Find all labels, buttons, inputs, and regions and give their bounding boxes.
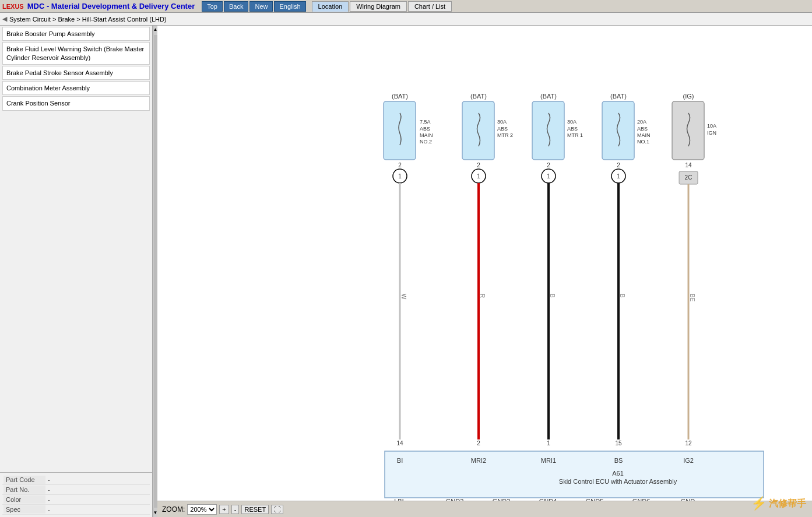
svg-text:GND2: GND2	[446, 498, 464, 501]
zoom-label: ZOOM:	[162, 505, 185, 514]
svg-text:(BAT): (BAT)	[610, 93, 627, 100]
svg-rect-46	[672, 101, 704, 160]
tab-location[interactable]: Location	[312, 1, 349, 12]
svg-text:2: 2	[617, 162, 620, 168]
sidebar-outer: Brake Booster Pump AssemblyBrake Fluid L…	[0, 26, 157, 517]
sidebar-item-2[interactable]: Brake Pedal Stroke Sensor Assembly	[2, 66, 150, 80]
svg-text:12: 12	[685, 440, 692, 446]
lexus-logo: LEXUS	[2, 3, 24, 10]
svg-text:(BAT): (BAT)	[470, 93, 487, 100]
svg-rect-0	[384, 101, 416, 160]
svg-text:A61: A61	[612, 470, 624, 477]
svg-text:10A: 10A	[707, 123, 716, 129]
spec-value: -	[45, 505, 57, 514]
svg-text:14: 14	[396, 440, 403, 446]
zoom-in-button[interactable]: +	[219, 505, 229, 514]
sidebar-item-0[interactable]: Brake Booster Pump Assembly	[2, 27, 150, 41]
svg-text:2C: 2C	[685, 174, 693, 181]
english-button[interactable]: English	[274, 1, 305, 12]
svg-text:20A: 20A	[637, 119, 646, 125]
info-part-no: Part No. -	[2, 485, 150, 495]
breadcrumb-arrow[interactable]: ◀	[2, 15, 7, 23]
svg-text:MTR 2: MTR 2	[497, 132, 513, 138]
svg-text:MAIN: MAIN	[637, 132, 651, 138]
reset-button[interactable]: RESET	[241, 505, 269, 514]
svg-text:BI: BI	[397, 457, 403, 464]
svg-text:GND5: GND5	[586, 498, 604, 501]
svg-text:1: 1	[477, 173, 480, 180]
svg-text:NO.1: NO.1	[637, 139, 649, 145]
svg-rect-56	[385, 451, 764, 498]
svg-text:ABS: ABS	[637, 126, 648, 132]
tab-wiring[interactable]: Wiring Diagram	[350, 1, 407, 12]
svg-text:ABS: ABS	[420, 126, 430, 132]
content-area: (BAT) 7.5A ABS MAIN NO.2 2 1 W 14 (BAT) …	[157, 26, 812, 517]
sidebar-item-4[interactable]: Crank Position Sensor	[2, 96, 150, 110]
sidebar-item-3[interactable]: Combination Meter Assembly	[2, 81, 150, 95]
app-title: MDC - Material Development & Delivery Ce…	[27, 2, 195, 10]
svg-text:(BAT): (BAT)	[392, 93, 408, 100]
svg-text:1: 1	[398, 173, 402, 180]
zoom-out-button[interactable]: -	[231, 505, 240, 514]
svg-rect-12	[462, 101, 494, 160]
svg-text:GND6: GND6	[632, 498, 651, 501]
svg-text:NO.2: NO.2	[420, 139, 432, 145]
main-layout: Brake Booster Pump AssemblyBrake Fluid L…	[0, 26, 812, 517]
info-panel: Part Code - Part No. - Color - Spec -	[0, 472, 152, 517]
svg-text:2: 2	[477, 440, 480, 446]
part-no-value: -	[45, 486, 57, 494]
diagram-area[interactable]: (BAT) 7.5A ABS MAIN NO.2 2 1 W 14 (BAT) …	[157, 26, 812, 501]
svg-rect-34	[602, 101, 634, 160]
fit-button[interactable]: ⛶	[271, 505, 283, 514]
svg-text:(BAT): (BAT)	[540, 93, 557, 100]
back-button[interactable]: Back	[224, 1, 248, 12]
svg-text:30A: 30A	[567, 119, 577, 125]
svg-text:1: 1	[547, 173, 550, 180]
spec-label: Spec	[3, 505, 45, 514]
info-color: Color -	[2, 495, 150, 505]
sidebar-item-1[interactable]: Brake Fluid Level Warning Switch (Brake …	[2, 42, 150, 65]
part-code-value: -	[45, 476, 57, 484]
svg-text:B: B	[549, 294, 556, 298]
top-button[interactable]: Top	[202, 1, 223, 12]
svg-text:ABS: ABS	[567, 126, 578, 132]
svg-rect-23	[532, 101, 564, 160]
svg-text:2: 2	[547, 162, 550, 168]
zoom-select[interactable]: 200% 100% 150% 50%	[187, 504, 217, 515]
info-spec: Spec -	[2, 505, 150, 515]
color-label: Color	[3, 495, 45, 504]
svg-text:ABS: ABS	[497, 126, 508, 132]
svg-text:Skid Control ECU with Actuator: Skid Control ECU with Actuator Assembly	[559, 478, 677, 485]
part-no-label: Part No.	[3, 486, 45, 494]
svg-text:BE: BE	[689, 294, 695, 302]
sidebar-scroll[interactable]: Brake Booster Pump AssemblyBrake Fluid L…	[0, 26, 152, 472]
svg-text:(IG): (IG)	[683, 93, 694, 100]
breadcrumb: System Circuit > Brake > Hill-Start Assi…	[9, 16, 167, 23]
info-part-code: Part Code -	[2, 475, 150, 485]
part-code-label: Part Code	[3, 476, 45, 484]
breadcrumb-bar: ◀ System Circuit > Brake > Hill-Start As…	[0, 13, 812, 26]
svg-text:MAIN: MAIN	[420, 132, 433, 138]
sidebar-scroll-indicator: ▲ ▼	[153, 26, 157, 517]
svg-text:B: B	[619, 294, 625, 298]
svg-text:IG2: IG2	[683, 457, 694, 464]
svg-text:14: 14	[685, 162, 692, 168]
color-value: -	[45, 495, 57, 504]
wiring-diagram: (BAT) 7.5A ABS MAIN NO.2 2 1 W 14 (BAT) …	[157, 26, 799, 501]
svg-text:IGN: IGN	[707, 130, 716, 136]
topbar: LEXUS MDC - Material Development & Deliv…	[0, 0, 812, 13]
svg-text:GND: GND	[681, 498, 695, 501]
svg-text:GND3: GND3	[493, 498, 511, 501]
tab-chart[interactable]: Chart / List	[408, 1, 452, 12]
svg-text:15: 15	[615, 440, 622, 446]
svg-text:2: 2	[398, 162, 402, 168]
svg-text:GND4: GND4	[539, 498, 557, 501]
svg-text:MTR 1: MTR 1	[567, 132, 583, 138]
svg-text:W: W	[400, 294, 407, 300]
new-button[interactable]: New	[249, 1, 273, 12]
svg-text:30A: 30A	[497, 119, 507, 125]
svg-text:MRI2: MRI2	[471, 457, 486, 464]
svg-text:R: R	[479, 294, 486, 298]
svg-text:1: 1	[547, 440, 550, 446]
bottom-bar: ZOOM: 200% 100% 150% 50% + - RESET ⛶	[157, 501, 812, 517]
